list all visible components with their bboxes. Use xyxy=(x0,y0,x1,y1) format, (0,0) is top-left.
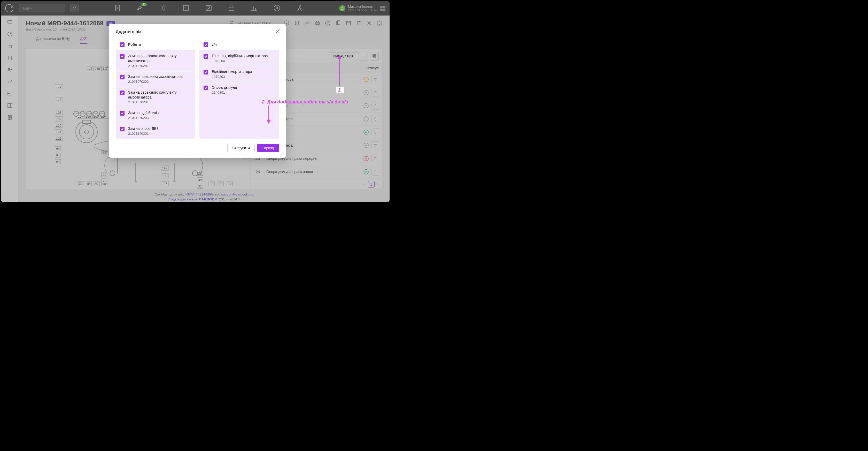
add-to-order-modal: Додати в н/з Робота Заміна сервісного ко… xyxy=(109,24,286,158)
modal-title: Додати в н/з xyxy=(116,29,279,34)
parts-column: з/ч Пильник, відбійник амортизатора10702… xyxy=(199,39,279,139)
checkbox[interactable] xyxy=(120,54,125,59)
annotation-1: 1. xyxy=(336,87,344,93)
part-item[interactable]: Опора двигуна1140301 xyxy=(199,82,279,97)
checkbox[interactable] xyxy=(204,70,208,75)
work-item[interactable]: Заміна сервісного комплекту амортизатора… xyxy=(116,50,195,71)
annotation-2: 2. Для додавання робіт та з/ч до н/з xyxy=(262,99,348,105)
svg-marker-143 xyxy=(267,120,270,123)
parts-select-all-checkbox[interactable] xyxy=(204,43,208,47)
ok-button[interactable]: Гаразд xyxy=(257,144,279,152)
part-item[interactable]: Пильник, відбійник амортизатора1070200 xyxy=(199,50,279,66)
part-item[interactable]: Відбійник амортизатора1070203 xyxy=(199,66,279,82)
checkbox[interactable] xyxy=(120,111,125,116)
checkbox[interactable] xyxy=(204,54,208,59)
work-item[interactable]: Заміна відбійників21011070203 xyxy=(116,107,195,123)
close-icon[interactable] xyxy=(275,29,280,34)
annotation-arrow-1 xyxy=(337,55,342,86)
annotation-arrow-2 xyxy=(266,106,271,123)
svg-marker-141 xyxy=(338,55,341,58)
cancel-button[interactable]: Скасувати xyxy=(227,144,254,152)
checkbox[interactable] xyxy=(120,127,125,131)
checkbox[interactable] xyxy=(120,90,125,95)
work-item[interactable]: Заміна пильовика амортизатора21011070202 xyxy=(116,71,195,87)
work-item[interactable]: Заміна опори ДВЗ21011140301 xyxy=(116,123,195,139)
works-column: Робота Заміна сервісного комплекту аморт… xyxy=(116,39,195,139)
works-select-all-checkbox[interactable] xyxy=(120,43,125,47)
checkbox[interactable] xyxy=(204,86,208,90)
work-item[interactable]: Заміна сервісного комплекту амортизатора… xyxy=(116,87,195,108)
checkbox[interactable] xyxy=(120,75,125,79)
